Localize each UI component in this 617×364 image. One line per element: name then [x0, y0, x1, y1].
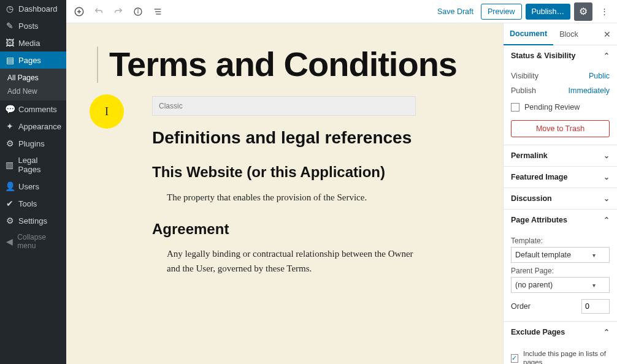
kebab-icon: ⋮: [600, 7, 608, 16]
redo-icon: [113, 7, 123, 17]
chevron-down-icon: ⌄: [604, 173, 610, 181]
tab-block[interactable]: Block: [553, 24, 584, 45]
chevron-up-icon: ⌃: [604, 216, 610, 224]
sidebar-item-label: Plugins: [18, 139, 45, 148]
publish-label: Publish: [511, 86, 536, 95]
save-draft-link[interactable]: Save Draft: [434, 7, 477, 16]
legal-pages-icon: ▥: [5, 160, 15, 170]
panel-header-featured[interactable]: Featured Image ⌄: [504, 167, 617, 188]
sidebar-item-dashboard[interactable]: ◷ Dashboard: [0, 0, 66, 17]
content-paragraph[interactable]: Any legally binding or contractual relat…: [167, 247, 416, 276]
panel-header-status[interactable]: Status & Visibility ⌃: [504, 45, 617, 66]
visibility-value-link[interactable]: Public: [589, 72, 610, 80]
parent-page-select[interactable]: (no parent) ▾: [511, 277, 610, 293]
preview-button[interactable]: Preview: [481, 4, 521, 20]
editor-canvas[interactable]: Terms and Conditions I Classic Definitio…: [66, 23, 503, 364]
include-page-label: Include this page in lists of pages: [523, 350, 610, 364]
tools-icon: ✔: [5, 199, 15, 208]
sidebar-item-pages[interactable]: ▤ Pages: [0, 51, 66, 69]
sidebar-item-users[interactable]: 👤 Users: [0, 178, 66, 195]
outline-icon: [153, 7, 163, 17]
sidebar-subitem-all-pages[interactable]: All Pages: [0, 71, 66, 85]
undo-button[interactable]: [91, 4, 107, 20]
include-page-checkbox[interactable]: ✓: [511, 354, 518, 363]
panel-featured-image: Featured Image ⌄: [504, 167, 617, 188]
appearance-icon: ✦: [5, 121, 15, 131]
posts-icon: ✎: [5, 21, 15, 31]
publish-value-link[interactable]: Immediately: [569, 86, 610, 95]
svg-point-5: [138, 10, 139, 10]
order-label: Order: [511, 302, 531, 311]
sidebar-item-legal-pages[interactable]: ▥ Legal Pages: [0, 152, 66, 178]
panel-title: Status & Visibility: [511, 51, 575, 60]
chevron-up-icon: ⌃: [604, 51, 610, 60]
content-paragraph[interactable]: The property that enables the provision …: [167, 191, 416, 205]
panel-exclude-pages: Exclude Pages ⌃ ✓ Include this page in l…: [504, 322, 617, 364]
main-column: Save Draft Preview Publish… ⚙ ⋮ Terms an…: [66, 0, 617, 364]
info-button[interactable]: [130, 4, 146, 20]
content-heading[interactable]: Definitions and legal references: [152, 128, 416, 148]
sidebar-item-media[interactable]: 🖾 Media: [0, 34, 66, 51]
add-block-button[interactable]: [71, 4, 87, 20]
chevron-down-icon: ⌄: [604, 194, 610, 203]
outline-button[interactable]: [150, 4, 166, 20]
order-input[interactable]: [581, 299, 610, 314]
chevron-down-icon: ▾: [592, 282, 596, 289]
classic-block-toolbar[interactable]: Classic: [152, 96, 416, 116]
sidebar-item-label: Legal Pages: [18, 156, 61, 174]
template-value: Default template: [515, 251, 571, 259]
sidebar-item-label: Users: [18, 182, 39, 191]
sidebar-submenu-pages: All Pages Add New: [0, 69, 66, 100]
sidebar-item-plugins[interactable]: ⚙ Plugins: [0, 135, 66, 152]
sidebar-item-comments[interactable]: 💬 Comments: [0, 100, 66, 118]
publish-button[interactable]: Publish…: [526, 4, 571, 20]
sidebar-item-label: Tools: [18, 199, 37, 208]
sidebar-item-settings[interactable]: ⚙ Settings: [0, 212, 66, 229]
admin-sidebar: ◷ Dashboard ✎ Posts 🖾 Media ▤ Pages All …: [0, 0, 66, 364]
comments-icon: 💬: [5, 104, 15, 114]
collapse-icon: ◀: [5, 237, 13, 246]
chevron-down-icon: ▾: [592, 252, 596, 259]
move-to-trash-button[interactable]: Move to Trash: [511, 120, 610, 137]
sidebar-item-label: Pages: [18, 56, 41, 65]
sidebar-subitem-add-new[interactable]: Add New: [0, 85, 66, 98]
template-select[interactable]: Default template ▾: [511, 247, 610, 263]
panel-title: Page Attributes: [511, 216, 567, 224]
content-subheading[interactable]: This Website (or this Application): [152, 164, 416, 181]
dashboard-icon: ◷: [5, 4, 15, 13]
users-icon: 👤: [5, 181, 15, 191]
panel-header-pageattr[interactable]: Page Attributes ⌃: [504, 210, 617, 230]
settings-icon: ⚙: [5, 216, 15, 226]
content-subheading[interactable]: Agreement: [152, 221, 416, 238]
editor-topbar: Save Draft Preview Publish… ⚙ ⋮: [66, 0, 617, 23]
parent-page-label: Parent Page:: [511, 267, 610, 275]
page-title[interactable]: Terms and Conditions: [109, 47, 472, 83]
sidebar-collapse[interactable]: ◀ Collapse menu: [0, 229, 66, 254]
chevron-down-icon: ⌄: [604, 151, 610, 160]
sidebar-item-label: Posts: [18, 21, 39, 31]
tab-document[interactable]: Document: [504, 23, 553, 45]
sidebar-item-label: Dashboard: [18, 4, 58, 13]
panel-header-exclude[interactable]: Exclude Pages ⌃: [504, 322, 617, 343]
plus-circle-icon: [74, 6, 85, 17]
collapse-label: Collapse menu: [17, 233, 61, 250]
sidebar-item-tools[interactable]: ✔ Tools: [0, 195, 66, 212]
panel-header-permalink[interactable]: Permalink ⌄: [504, 145, 617, 166]
pending-review-checkbox[interactable]: [511, 103, 519, 112]
plugins-icon: ⚙: [5, 138, 15, 148]
close-icon: ✕: [604, 29, 611, 39]
more-options-button[interactable]: ⋮: [596, 2, 612, 21]
pending-review-label: Pending Review: [524, 103, 580, 112]
panel-page-attributes: Page Attributes ⌃ Template: Default temp…: [504, 210, 617, 322]
pages-icon: ▤: [5, 55, 15, 65]
redo-button[interactable]: [110, 4, 126, 20]
settings-toggle-button[interactable]: ⚙: [574, 2, 592, 21]
sidebar-item-appearance[interactable]: ✦ Appearance: [0, 118, 66, 135]
sidebar-item-label: Appearance: [18, 122, 61, 131]
inspector-close-button[interactable]: ✕: [597, 29, 617, 39]
panel-permalink: Permalink ⌄: [504, 145, 617, 167]
sidebar-item-label: Media: [18, 39, 40, 48]
panel-header-discussion[interactable]: Discussion ⌄: [504, 188, 617, 209]
sidebar-item-posts[interactable]: ✎ Posts: [0, 17, 66, 34]
visibility-label: Visibility: [511, 72, 538, 80]
